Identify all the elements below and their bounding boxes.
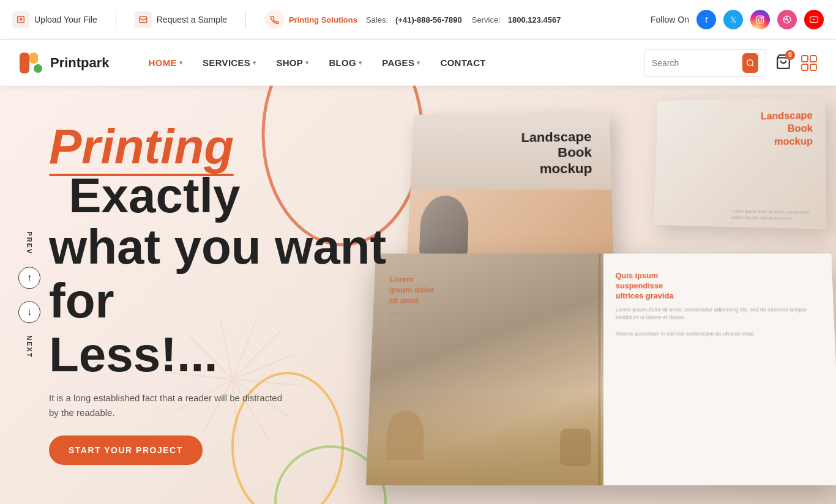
slider-navigation: PREV ↑ ↓ NEXT bbox=[18, 231, 40, 358]
book-open-right: Quis ipsum suspendisse ultrices gravida … bbox=[603, 254, 836, 486]
nav-item-services[interactable]: SERVICES ▾ bbox=[194, 53, 264, 73]
upload-label: Upload Your File bbox=[34, 15, 97, 24]
svg-rect-15 bbox=[810, 64, 816, 70]
chevron-down-icon: ▾ bbox=[305, 59, 308, 66]
cart-icon[interactable]: 0 bbox=[775, 54, 791, 72]
svg-rect-13 bbox=[810, 56, 816, 62]
nav-item-home[interactable]: HOME ▾ bbox=[140, 53, 192, 73]
top-bar-left: Upload Your File Request a Sample Printi… bbox=[12, 10, 632, 29]
svg-point-10 bbox=[747, 59, 753, 65]
hero-section: PREV ↑ ↓ NEXT Printing Exactly what you … bbox=[0, 86, 836, 504]
dribbble-icon[interactable] bbox=[777, 10, 797, 29]
hero-title-row3: Less!... bbox=[49, 328, 392, 382]
instagram-icon[interactable] bbox=[750, 10, 770, 29]
hero-title-row1: Printing Exactly bbox=[49, 122, 392, 220]
printing-solutions-label: Printing Solutions bbox=[289, 15, 357, 24]
next-arrow[interactable]: ↓ bbox=[18, 301, 40, 323]
phone-section: Printing Solutions Sales: (+41)-888-56-7… bbox=[264, 10, 561, 29]
phone-icon bbox=[264, 10, 284, 29]
cart-badge: 0 bbox=[785, 50, 795, 60]
svg-point-3 bbox=[758, 18, 762, 21]
grid-apps-icon[interactable] bbox=[801, 54, 818, 72]
upload-file-item[interactable]: Upload Your File bbox=[12, 11, 97, 28]
next-label: NEXT bbox=[26, 335, 33, 358]
service-phone: 1800.123.4567 bbox=[508, 15, 561, 24]
sales-phone: (+41)-888-56-7890 bbox=[395, 15, 462, 24]
nav-item-shop[interactable]: SHOP ▾ bbox=[267, 53, 317, 73]
book-mockup-2: LandscapeBookmockup Lorem ipsum dolor si… bbox=[654, 97, 826, 229]
logo-text: Printpark bbox=[50, 55, 110, 71]
chevron-down-icon: ▾ bbox=[253, 59, 256, 66]
hero-content: Printing Exactly what you want for Less!… bbox=[49, 122, 392, 465]
nav-item-blog[interactable]: BLOG ▾ bbox=[320, 53, 370, 73]
book-mockup-1: LandscapeBookmockup bbox=[406, 111, 614, 273]
svg-rect-2 bbox=[756, 16, 764, 23]
book-left-body: Lorem ipsum dolor sit amet, consectetur … bbox=[388, 310, 594, 324]
svg-rect-12 bbox=[802, 56, 808, 62]
chevron-down-icon: ▾ bbox=[179, 59, 182, 66]
prev-arrow[interactable]: ↑ bbox=[18, 267, 40, 289]
book-title-2: LandscapeBookmockup bbox=[761, 109, 813, 148]
logo-icon bbox=[18, 50, 44, 76]
request-icon bbox=[135, 11, 152, 28]
twitter-icon[interactable]: 𝕏 bbox=[723, 10, 743, 29]
request-sample-item[interactable]: Request a Sample bbox=[135, 11, 227, 28]
top-bar-right: Follow On f 𝕏 bbox=[651, 10, 824, 29]
sales-label: Sales: bbox=[366, 15, 388, 24]
top-bar: Upload Your File Request a Sample Printi… bbox=[0, 0, 836, 40]
search-button[interactable] bbox=[742, 53, 758, 73]
svg-marker-6 bbox=[813, 18, 815, 21]
prev-label: PREV bbox=[26, 231, 33, 254]
svg-rect-9 bbox=[29, 53, 38, 64]
svg-rect-1 bbox=[140, 17, 147, 22]
book-open: Lorem ipsum dolor sit amet Lorem ipsum d… bbox=[366, 254, 836, 486]
nav-right: 0 bbox=[644, 49, 818, 77]
nav-menu: HOME ▾ SERVICES ▾ SHOP ▾ BLOG ▾ PAGES ▾ … bbox=[140, 53, 644, 73]
youtube-icon[interactable] bbox=[804, 10, 824, 29]
svg-rect-14 bbox=[802, 64, 808, 70]
chevron-down-icon: ▾ bbox=[359, 59, 362, 66]
nav-item-pages[interactable]: PAGES ▾ bbox=[373, 53, 428, 73]
divider2 bbox=[245, 10, 246, 29]
upload-icon bbox=[12, 11, 29, 28]
chevron-down-icon: ▾ bbox=[417, 59, 420, 66]
book-right-body: Lorem ipsum dolor sit amet, consectetur … bbox=[616, 306, 823, 338]
facebook-icon[interactable]: f bbox=[696, 10, 716, 29]
search-input[interactable] bbox=[652, 58, 737, 68]
book-open-left: Lorem ipsum dolor sit amet Lorem ipsum d… bbox=[366, 254, 603, 486]
hero-title-exactly: Exactly bbox=[55, 171, 240, 220]
follow-on-label: Follow On bbox=[651, 15, 689, 24]
start-project-button[interactable]: START YOUR PROJECT bbox=[49, 435, 203, 465]
book-title-1: LandscapeBookmockup bbox=[521, 129, 592, 177]
nav-item-contact[interactable]: CONTACT bbox=[432, 53, 495, 73]
request-label: Request a Sample bbox=[157, 15, 227, 24]
book-right-heading: Quis ipsum suspendisse ultrices gravida bbox=[616, 271, 821, 301]
hero-images: LandscapeBookmockup LandscapeBookmockup … bbox=[359, 98, 836, 502]
svg-rect-7 bbox=[20, 53, 29, 73]
svg-point-8 bbox=[34, 64, 42, 73]
svg-point-4 bbox=[762, 17, 763, 18]
logo[interactable]: Printpark bbox=[18, 50, 110, 76]
book-left-heading: Lorem ipsum dolor sit amet bbox=[389, 274, 594, 306]
nav-bar: Printpark HOME ▾ SERVICES ▾ SHOP ▾ BLOG … bbox=[0, 40, 836, 86]
service-label: Service: bbox=[472, 15, 501, 24]
hero-title-row2: what you want for bbox=[49, 220, 392, 328]
divider1 bbox=[116, 10, 116, 29]
hero-title-printing: Printing bbox=[49, 122, 234, 171]
hero-subtitle: It is a long established fact that a rea… bbox=[49, 391, 294, 420]
search-box[interactable] bbox=[644, 49, 766, 77]
